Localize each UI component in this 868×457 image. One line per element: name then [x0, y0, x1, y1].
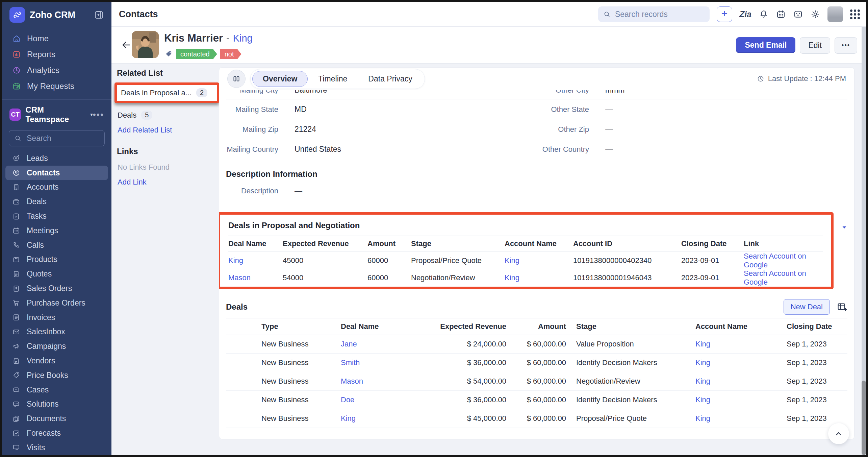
vertical-scrollbar-thumb[interactable]: [862, 381, 866, 455]
sidebar-item-purchase-orders[interactable]: Purchase Orders: [2, 296, 111, 310]
related-list-item[interactable]: Deals in Proposal a...2: [117, 85, 217, 101]
related-list-heading: Related List: [117, 68, 218, 78]
tag-chip-contacted[interactable]: contacted: [176, 49, 217, 59]
quick-create-button[interactable]: +: [717, 6, 732, 22]
column-header: Closing Date: [787, 322, 847, 331]
tab-timeline[interactable]: Timeline: [308, 71, 358, 87]
add-link-link[interactable]: Add Link: [118, 178, 218, 187]
collapse-sidebar-icon[interactable]: [94, 10, 104, 20]
teamspace-row[interactable]: CT CRM Teamspace ▾ •••: [2, 103, 111, 127]
settings-gear-icon[interactable]: [810, 9, 820, 19]
column-header: Deal Name: [228, 239, 283, 248]
deals-section-header: Deals New Deal: [226, 298, 847, 315]
edit-columns-icon[interactable]: [837, 302, 847, 312]
sidebar-item-forecasts[interactable]: Forecasts: [2, 426, 111, 440]
sidebar-search-input[interactable]: [26, 134, 95, 143]
user-avatar[interactable]: [827, 6, 843, 22]
calendar-icon[interactable]: [776, 9, 786, 19]
edit-button[interactable]: Edit: [800, 37, 830, 54]
account-cell[interactable]: King: [695, 340, 787, 348]
field-value: —: [605, 125, 613, 134]
deal-cell[interactable]: Mason: [341, 377, 422, 386]
account-cell[interactable]: King: [695, 414, 787, 423]
closing-cell: Sep 1, 2023: [787, 395, 847, 404]
account-cell[interactable]: King: [695, 395, 787, 404]
tag-chip-not[interactable]: not: [220, 49, 241, 59]
sidebar-item-invoices[interactable]: Invoices: [2, 310, 111, 325]
sidebar-item-documents[interactable]: Documents: [2, 411, 111, 426]
account-cell[interactable]: King: [695, 358, 787, 367]
sidebar-item-contacts[interactable]: Contacts: [5, 166, 108, 180]
tab-data-privacy[interactable]: Data Privacy: [358, 71, 423, 87]
sidebar-item-accounts[interactable]: Accounts: [2, 180, 111, 195]
contact-avatar[interactable]: [132, 31, 159, 58]
global-search[interactable]: [598, 6, 710, 22]
back-arrow-icon[interactable]: [121, 40, 132, 50]
tab-overview[interactable]: Overview: [252, 71, 308, 87]
sidebar-item-sales-orders[interactable]: Sales Orders: [2, 281, 111, 296]
more-actions-button[interactable]: •••: [835, 37, 857, 54]
sidebar-item-price-books[interactable]: Price Books: [2, 368, 111, 383]
sidebar-item-campaigns[interactable]: Campaigns: [2, 339, 111, 354]
sidebar-item-tasks[interactable]: Tasks: [2, 209, 111, 223]
zia-icon[interactable]: Zia: [739, 9, 751, 19]
type-cell: New Business: [261, 358, 341, 367]
sidebar-item-my-requests[interactable]: My Requests: [2, 78, 111, 94]
new-deal-button[interactable]: New Deal: [784, 299, 830, 315]
sidebar-item-calls[interactable]: Calls: [2, 238, 111, 252]
account-cell[interactable]: King: [505, 256, 573, 265]
table-row: New BusinessJane$ 24,000.00$ 60,000.00Va…: [226, 335, 847, 354]
sidebar-search[interactable]: [9, 130, 105, 146]
section-collapse-caret-icon[interactable]: [841, 224, 848, 231]
sidebar: Zoho CRM HomeReportsAnalyticsMy Requests…: [2, 2, 111, 455]
sidebar-item-cases[interactable]: Cases: [2, 383, 111, 397]
brand-row: Zoho CRM: [2, 2, 111, 28]
notifications-bell-icon[interactable]: [759, 9, 769, 19]
deal-cell[interactable]: King: [228, 256, 283, 265]
contact-account-link[interactable]: King: [233, 33, 253, 44]
record-scroll-body[interactable]: Mailing City Baltimore Other City mmm Ma…: [219, 90, 854, 439]
deal-cell[interactable]: Doe: [341, 395, 422, 404]
account-cell[interactable]: King: [695, 377, 787, 386]
sidebar-item-home[interactable]: Home: [2, 30, 111, 46]
envelope-icon: [12, 328, 20, 336]
deal-cell[interactable]: King: [341, 414, 422, 423]
record-tabs: OverviewTimelineData Privacy: [250, 69, 425, 89]
scroll-to-top-button[interactable]: [828, 423, 849, 444]
deal-cell[interactable]: Smith: [341, 358, 422, 367]
related-list-item[interactable]: Deals5: [117, 108, 218, 122]
send-email-button[interactable]: Send Email: [736, 37, 795, 53]
sidebar-item-products[interactable]: Products: [2, 252, 111, 267]
sidebar-item-reports[interactable]: Reports: [2, 46, 111, 62]
type-cell: New Business: [261, 340, 341, 348]
layout-toggle-icon[interactable]: [227, 70, 246, 88]
sidebar-item-vendors[interactable]: Vendors: [2, 354, 111, 368]
teamspace-more-icon[interactable]: •••: [93, 110, 104, 120]
app-launcher-grid-icon[interactable]: [850, 9, 860, 19]
deals-section-title: Deals: [226, 302, 248, 312]
channels-icon[interactable]: [793, 9, 803, 19]
amount-cell: $ 60,000.00: [506, 358, 566, 367]
cart-icon: [12, 299, 20, 307]
sidebar-item-analytics[interactable]: Analytics: [2, 62, 111, 78]
teamspace-caret-icon[interactable]: ▾: [90, 112, 93, 118]
quote-icon: [12, 270, 20, 278]
sidebar-item-salesinbox[interactable]: SalesInbox: [2, 325, 111, 339]
link-cell[interactable]: Search Account on Google: [744, 269, 823, 287]
deal-cell[interactable]: Jane: [341, 340, 422, 348]
vertical-scrollbar-track[interactable]: [862, 27, 866, 455]
sidebar-item-leads[interactable]: Leads: [2, 151, 111, 166]
account-cell[interactable]: King: [505, 273, 573, 282]
add-related-list-link[interactable]: Add Related List: [118, 126, 218, 135]
type-cell: New Business: [261, 395, 341, 404]
sidebar-item-deals[interactable]: Deals: [2, 194, 111, 209]
expected-cell: 45000: [283, 256, 367, 265]
field-value: United States: [295, 145, 341, 154]
sidebar-item-meetings[interactable]: Meetings: [2, 223, 111, 238]
sidebar-item-quotes[interactable]: Quotes: [2, 267, 111, 281]
deal-cell[interactable]: Mason: [228, 273, 283, 282]
sidebar-item-visits[interactable]: Visits: [2, 440, 111, 455]
sidebar-item-solutions[interactable]: Solutions: [2, 397, 111, 412]
global-search-input[interactable]: [614, 9, 693, 19]
link-cell[interactable]: Search Account on Google: [744, 252, 823, 269]
